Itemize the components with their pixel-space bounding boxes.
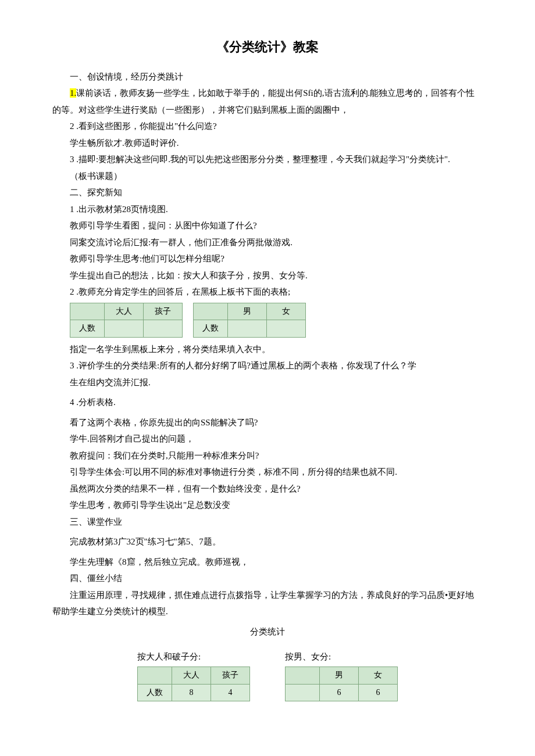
- item-2-3: 3 .评价学生的分类结果:所有的人都分好纲了吗?通过黑板上的两个表格，你发现了什…: [52, 357, 483, 374]
- table-adult-child-filled: 大人 孩子 人数 8 4: [137, 667, 250, 701]
- bottom-left-block: 按大人和破子分: 大人 孩子 人数 8 4: [137, 648, 250, 701]
- table-male-female-filled: 男 女 6 6: [285, 667, 398, 701]
- highlight-1: 1.: [70, 88, 76, 98]
- table-cell: 8: [172, 684, 211, 701]
- table-cell: 人数: [138, 684, 172, 701]
- bottom-right-block: 按男、女分: 男 女 6 6: [285, 648, 398, 701]
- bottom-right-label: 按男、女分:: [285, 648, 398, 665]
- item-2-3b: 生在组内交流并汇报.: [52, 374, 483, 391]
- item-2-1-text-d: 学生提出自己的想法，比如：按大人和孩子分，按男、女分等.: [52, 267, 483, 284]
- page-title: 《分类统计》教案: [52, 35, 483, 59]
- item-2-1-text-c: 教师引导学生思考:他们可以怎样分组呢?: [52, 250, 483, 267]
- item-2-2-text: 指定一名学生到黑板上来分，将分类结果填入衣中。: [52, 341, 483, 358]
- item-2-1: 1 .出示教材第28页情境图.: [52, 201, 483, 218]
- item-1-3: 3 .描即:要想解决这些问即.我的可以先把这些图形分分类，整理整理，今天我们就起…: [52, 151, 483, 168]
- item-1-2-text: 学生畅所欲才.教师适时评价.: [52, 135, 483, 152]
- table-cell: 人数: [194, 320, 228, 338]
- table-cell: 孩子: [211, 667, 250, 684]
- item-1-1-text: 课前谈话，教师友扬一些学生，比如敢于举手的，能提出何Sfi的,语古流利的.能独立…: [52, 88, 475, 114]
- section-1-heading: 一、创设情境，经历分类跳计: [52, 69, 483, 85]
- item-2-4-text-c: 教府提问：我们在分类时,只能用一种标准来分叫?: [52, 447, 483, 464]
- table-cell: 女: [267, 303, 306, 320]
- table-cell: [105, 320, 144, 338]
- table-cell: 6: [320, 684, 359, 701]
- table-cell: 6: [359, 684, 398, 701]
- table-cell: [267, 320, 306, 338]
- table-cell: [286, 667, 320, 684]
- table-cell: [138, 667, 172, 684]
- table-group-bottom: 按大人和破子分: 大人 孩子 人数 8 4 按男、女分: 男 女 6: [52, 648, 483, 701]
- item-2-4-text-e: 虽然两次分类的结果不一样，但有一个数始终没变，是什么?: [52, 481, 483, 497]
- item-2-4-text-d: 引导学生体会:可以用不同的标准对事物进行分类，标准不同，所分得的结果也就不同.: [52, 464, 483, 481]
- section-3-heading: 三、课堂作业: [52, 514, 483, 531]
- table-cell: [286, 684, 320, 701]
- item-2-4-text-a: 看了这两个表格，你原先提出的向SS能解决了吗?: [52, 414, 483, 431]
- table-cell: 大人: [172, 667, 211, 684]
- item-2-1-text-a: 教师引导学生看图，提问：从图中你知道了什么?: [52, 217, 483, 234]
- board-note: （板书课题）: [52, 168, 483, 185]
- item-1-2: 2 .看到这些图形，你能提出"什么问造?: [52, 118, 483, 135]
- table-male-female-blank: 男 女 人数: [193, 303, 306, 338]
- table-cell: 男: [320, 667, 359, 684]
- summary-title: 分类统计: [52, 624, 483, 640]
- item-3-text-b: 学生先理解《8窟，然后独立完成。教师巡视，: [52, 554, 483, 571]
- item-2-4-text-b: 学牛.回答刚才自己提出的问题，: [52, 431, 483, 447]
- table-cell: [228, 320, 267, 338]
- bottom-left-label: 按大人和破子分:: [137, 648, 250, 665]
- table-cell: 女: [359, 667, 398, 684]
- table-cell: 4: [211, 684, 250, 701]
- section-4-heading: 四、僵丝小结: [52, 570, 483, 587]
- item-3-text-a: 完成教材第3广32页"练习七"第5、7题。: [52, 533, 483, 550]
- table-cell: [194, 303, 228, 320]
- item-2-4: 4 .分析表格.: [52, 394, 483, 411]
- item-2-4-text-f: 学生思考，教师引导学生说出"足总数没变: [52, 497, 483, 514]
- table-group-top: 大人 孩子 人数 男 女 人数: [70, 303, 483, 338]
- table-cell: 大人: [105, 303, 144, 320]
- table-adult-child-blank: 大人 孩子 人数: [70, 303, 183, 338]
- item-2-1-text-b: 同案交流讨论后汇报:有一群人，他们正准备分两批做游戏.: [52, 234, 483, 251]
- table-cell: [144, 320, 183, 338]
- item-2-2: 2 .教师充分肯定学生的回答后，在黑板上板书下面的表格;: [52, 284, 483, 300]
- table-cell: 人数: [70, 320, 105, 338]
- table-cell: 男: [228, 303, 267, 320]
- section-2-heading: 二、探究新知: [52, 184, 483, 201]
- table-cell: [70, 303, 105, 320]
- item-1-1: 1.课前谈话，教师友扬一些学生，比如敢于举手的，能提出何Sfi的,语古流利的.能…: [52, 85, 483, 118]
- table-cell: 孩子: [144, 303, 183, 320]
- item-4-text: 注重运用原理，寻找规律，抓住难点进行点拨指导，让学生掌握学习的方法，养成良好的学…: [52, 587, 483, 620]
